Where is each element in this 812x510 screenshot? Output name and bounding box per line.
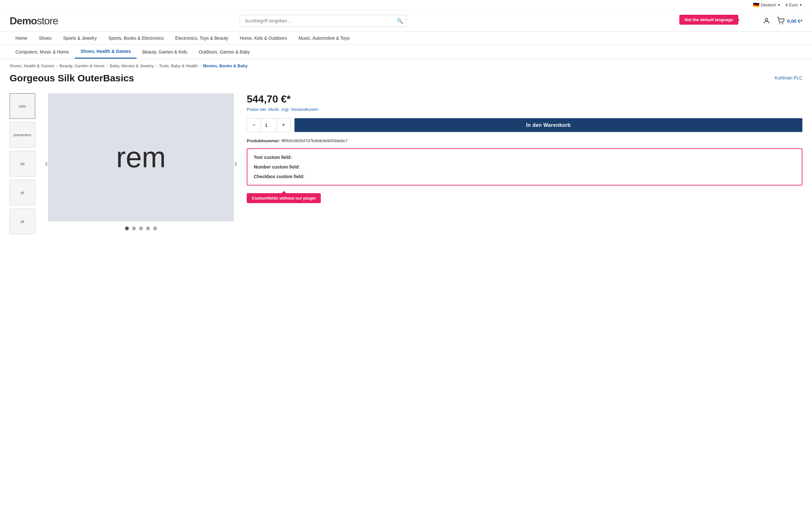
- breadcrumb-sep-0: ›: [56, 63, 57, 68]
- breadcrumb-sep-1: ›: [106, 63, 108, 68]
- nav-outdoors-games[interactable]: Outdoors, Games & Baby: [193, 46, 256, 58]
- main-image-area: ‹ rem ›: [48, 93, 234, 234]
- svg-point-2: [783, 23, 783, 24]
- qty-cart-row: − + In den Warenkorb: [247, 118, 802, 132]
- customfields-label: Customfields without our plugin: [247, 193, 321, 203]
- cart-price: 0,00 €*: [787, 18, 802, 24]
- product-number: Produktnummer: fff0fcfc082647d7b4b9cfe94…: [247, 139, 802, 143]
- thumbnail-1[interactable]: praesentium: [10, 122, 35, 148]
- nav-home[interactable]: Home: [10, 32, 33, 44]
- breadcrumb-item-2[interactable]: Baby, Movies & Jewelry: [110, 63, 154, 68]
- breadcrumb-item-0[interactable]: Shoes, Health & Games: [10, 63, 54, 68]
- thumbnail-2[interactable]: sit: [10, 151, 35, 177]
- site-logo[interactable]: Demostore: [10, 15, 58, 27]
- logo-bold: Demo: [10, 15, 37, 27]
- nav-sports-jewelry[interactable]: Sports & Jewelry: [57, 32, 103, 44]
- currency-label: € Euro: [786, 3, 798, 7]
- breadcrumb-item-1[interactable]: Beauty, Garden & Home: [60, 63, 105, 68]
- nav-sports-books[interactable]: Sports, Books & Electronics: [103, 32, 170, 44]
- search-bar: 🔍: [240, 15, 406, 27]
- nav-shoes[interactable]: Shoes: [33, 32, 57, 44]
- currency-caret-icon: ▼: [799, 3, 802, 7]
- quantity-control: − +: [247, 118, 291, 132]
- quantity-input[interactable]: [261, 119, 277, 131]
- dot-1[interactable]: [132, 227, 136, 230]
- header: Demostore 🔍 Not the default language 0,0…: [0, 10, 812, 31]
- nav-music-auto[interactable]: Music, Automotive & Toys: [293, 32, 355, 44]
- product-thumbnails: rem praesentium sit et et: [10, 93, 35, 234]
- prev-image-button[interactable]: ‹: [42, 155, 51, 172]
- nav-primary: Home Shoes Sports & Jewelry Sports, Book…: [0, 31, 812, 45]
- dot-4[interactable]: [153, 227, 157, 230]
- customfields-tooltip-area: Customfields without our plugin: [247, 193, 321, 203]
- dot-2[interactable]: [139, 227, 143, 230]
- thumbnail-3[interactable]: et: [10, 180, 35, 205]
- quantity-increase-button[interactable]: +: [277, 119, 291, 132]
- breadcrumb-sep-2: ›: [156, 63, 157, 68]
- product-title: Gorgeous Silk OuterBasics: [10, 73, 134, 84]
- currency-selector[interactable]: € Euro ▼: [786, 3, 802, 7]
- logo-light: store: [37, 15, 58, 27]
- custom-field-number: Number custom field:: [254, 164, 795, 170]
- price-note: Preise inkl. MwSt. zzgl. Versandkosten: [247, 107, 802, 112]
- language-selector[interactable]: 🇩🇪 Deutsch ▼: [753, 2, 781, 8]
- account-icon[interactable]: [763, 17, 770, 25]
- next-image-button[interactable]: ›: [231, 155, 240, 172]
- product-price: 544,70 €*: [247, 93, 802, 105]
- price-note-link[interactable]: Preise inkl. MwSt. zzgl. Versandkosten: [247, 107, 318, 112]
- nav-beauty-games[interactable]: Beauty, Games & Kids: [137, 46, 193, 58]
- breadcrumb: Shoes, Health & Games › Beauty, Garden &…: [0, 59, 812, 73]
- quantity-decrease-button[interactable]: −: [247, 119, 261, 132]
- add-to-cart-button[interactable]: In den Warenkorb: [294, 118, 802, 132]
- nav-computers-music[interactable]: Computers, Music & Home: [10, 46, 75, 58]
- svg-point-0: [765, 18, 768, 21]
- custom-fields-box: Text custom field: Number custom field: …: [247, 148, 802, 185]
- flag-icon: 🇩🇪: [753, 2, 759, 8]
- svg-point-1: [779, 23, 780, 24]
- language-tooltip: Not the default language: [679, 15, 738, 25]
- product-header: Gorgeous Silk OuterBasics Kuhlman PLC: [0, 73, 812, 87]
- nav-electronics-toys[interactable]: Electronics, Toys & Beauty: [170, 32, 234, 44]
- main-image: rem: [48, 93, 234, 221]
- thumbnail-0[interactable]: rem: [10, 93, 35, 119]
- language-label: Deutsch: [761, 3, 776, 7]
- product-info: 544,70 €* Preise inkl. MwSt. zzgl. Versa…: [247, 93, 802, 234]
- nav-home-kids[interactable]: Home, Kids & Outdoors: [234, 32, 293, 44]
- nav-secondary: Computers, Music & Home Shoes, Health & …: [0, 45, 812, 59]
- custom-field-checkbox: Checkbox custom field:: [254, 174, 795, 179]
- brand-link[interactable]: Kuhlman PLC: [775, 75, 802, 81]
- nav-shoes-health[interactable]: Shoes, Health & Games: [75, 45, 137, 59]
- breadcrumb-current: Movies, Books & Baby: [203, 63, 248, 68]
- dot-3[interactable]: [146, 227, 150, 230]
- custom-field-text: Text custom field:: [254, 155, 795, 160]
- image-dots: [48, 227, 234, 230]
- breadcrumb-item-3[interactable]: Tools, Baby & Health: [159, 63, 198, 68]
- search-input[interactable]: [240, 15, 406, 27]
- dot-0[interactable]: [125, 227, 129, 230]
- thumbnail-4[interactable]: et: [10, 209, 35, 234]
- language-caret-icon: ▼: [777, 3, 781, 7]
- header-icons: 0,00 €*: [763, 17, 802, 25]
- top-bar: 🇩🇪 Deutsch ▼ € Euro ▼: [0, 0, 812, 10]
- breadcrumb-sep-3: ›: [200, 63, 201, 68]
- search-button[interactable]: 🔍: [397, 18, 403, 24]
- cart-area[interactable]: 0,00 €*: [777, 17, 802, 25]
- product-area: rem praesentium sit et et ‹ rem › 544,: [0, 87, 812, 241]
